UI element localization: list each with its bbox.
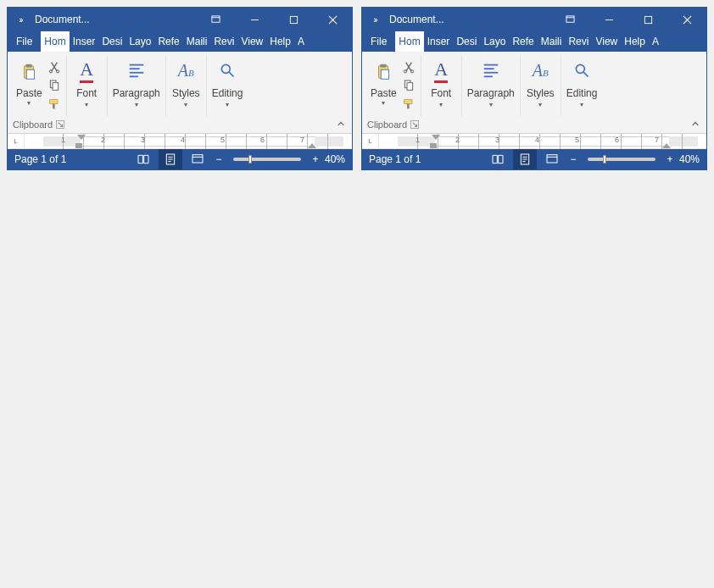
font-group-button[interactable]: A Font ▾	[67, 55, 108, 116]
tab-review[interactable]: Revi	[565, 31, 592, 52]
zoom-in-button[interactable]: +	[664, 153, 676, 165]
zoom-slider[interactable]	[588, 158, 655, 161]
page-number-status[interactable]: Page 1 of 1	[14, 153, 66, 165]
word-window-right: ›› Document... File Hom Inse	[361, 7, 707, 170]
tab-view[interactable]: View	[237, 31, 266, 52]
ruler-numbers: 1234567	[43, 136, 343, 144]
collapse-ribbon-button[interactable]	[689, 119, 701, 130]
read-mode-button[interactable]	[131, 149, 155, 169]
tab-mailings[interactable]: Maili	[538, 31, 566, 52]
svg-line-47	[583, 72, 588, 77]
format-painter-button[interactable]	[47, 97, 61, 113]
tab-help[interactable]: Help	[621, 31, 649, 52]
tab-review[interactable]: Revi	[210, 31, 237, 52]
statusbar: Page 1 of 1 − + 40%	[362, 149, 706, 169]
tab-selector-icon[interactable]: L	[8, 134, 25, 149]
window-title: Document...	[26, 14, 196, 25]
collapse-ribbon-button[interactable]	[335, 119, 347, 130]
tab-addins[interactable]: A	[649, 31, 662, 52]
cut-button[interactable]	[402, 60, 416, 75]
quick-access-more-icon[interactable]: ››	[14, 14, 26, 25]
tab-selector-icon[interactable]: L	[362, 134, 379, 149]
svg-rect-35	[382, 69, 389, 79]
horizontal-ruler[interactable]: L 1234567	[8, 134, 352, 149]
tab-insert[interactable]: Inser	[424, 31, 454, 52]
close-button[interactable]	[313, 8, 352, 31]
minimize-button[interactable]	[589, 8, 628, 31]
paragraph-group-button[interactable]: Paragraph ▾	[462, 55, 521, 116]
print-layout-button[interactable]	[159, 149, 182, 169]
tab-mailings[interactable]: Maili	[183, 31, 211, 52]
svg-rect-40	[404, 100, 411, 104]
svg-rect-52	[547, 155, 557, 163]
tab-addins[interactable]: A	[294, 31, 308, 52]
paragraph-group-button[interactable]: Paragraph ▾	[108, 55, 166, 116]
tab-references[interactable]: Refe	[509, 31, 537, 52]
tab-file[interactable]: File	[362, 31, 395, 52]
read-mode-button[interactable]	[486, 149, 510, 169]
copy-button[interactable]	[402, 79, 416, 94]
svg-rect-3	[290, 16, 297, 23]
svg-rect-8	[27, 69, 35, 79]
svg-rect-12	[53, 83, 59, 91]
tab-design[interactable]: Desi	[453, 31, 480, 52]
svg-line-20	[229, 72, 234, 77]
tab-home[interactable]: Hom	[395, 31, 423, 52]
ribbon: Paste ▾ A Font ▾ Paragraph	[362, 52, 706, 134]
zoom-level-status[interactable]: 40%	[679, 153, 700, 165]
maximize-button[interactable]	[628, 8, 667, 31]
tab-layout[interactable]: Layo	[480, 31, 509, 52]
zoom-level-status[interactable]: 40%	[325, 153, 345, 165]
copy-button[interactable]	[47, 79, 61, 94]
web-layout-button[interactable]	[186, 149, 209, 169]
editing-group-button[interactable]: Editing ▾	[207, 55, 248, 116]
zoom-out-button[interactable]: −	[567, 153, 579, 165]
tab-help[interactable]: Help	[266, 31, 294, 52]
paste-dropdown-icon[interactable]: ▾	[27, 99, 31, 107]
web-layout-button[interactable]	[540, 149, 564, 169]
zoom-slider-thumb[interactable]	[603, 155, 606, 164]
tab-file[interactable]: File	[8, 31, 41, 52]
svg-rect-7	[26, 64, 32, 68]
clipboard-group: Paste ▾	[365, 55, 421, 116]
minimize-button[interactable]	[235, 8, 274, 31]
zoom-in-button[interactable]: +	[310, 153, 321, 165]
editing-group-button[interactable]: Editing ▾	[561, 55, 603, 116]
font-group-button[interactable]: A Font ▾	[421, 55, 462, 116]
tab-design[interactable]: Desi	[98, 31, 126, 52]
clipboard-dialog-launcher-icon[interactable]: ↘	[410, 120, 419, 129]
quick-access-more-icon[interactable]: ››	[369, 14, 381, 25]
zoom-slider-thumb[interactable]	[248, 155, 252, 164]
tab-layout[interactable]: Layo	[126, 31, 154, 52]
statusbar: Page 1 of 1 − + 40%	[8, 149, 352, 169]
clipboard-group-label: Clipboard ↘	[367, 119, 419, 130]
ribbon-display-options-button[interactable]	[550, 8, 589, 31]
print-layout-button[interactable]	[513, 149, 537, 169]
tab-references[interactable]: Refe	[154, 31, 182, 52]
cut-button[interactable]	[47, 60, 61, 75]
svg-rect-30	[644, 16, 651, 23]
zoom-out-button[interactable]: −	[213, 153, 225, 165]
clipboard-dialog-launcher-icon[interactable]: ↘	[56, 120, 64, 129]
paste-button[interactable]: Paste ▾	[16, 58, 42, 107]
close-button[interactable]	[667, 8, 706, 31]
tab-insert[interactable]: Inser	[70, 31, 99, 52]
tab-view[interactable]: View	[592, 31, 621, 52]
paste-dropdown-icon[interactable]: ▾	[382, 99, 385, 107]
window-title: Document...	[381, 14, 550, 25]
svg-point-9	[49, 70, 52, 73]
ribbon-display-options-button[interactable]	[196, 8, 235, 31]
paste-button[interactable]: Paste ▾	[371, 58, 397, 107]
format-painter-button[interactable]	[402, 97, 416, 113]
styles-group-button[interactable]: AB Styles ▾	[166, 55, 207, 116]
clipboard-group: Paste ▾	[11, 55, 67, 116]
horizontal-ruler[interactable]: L 1234567	[362, 134, 706, 149]
tab-home[interactable]: Hom	[41, 31, 69, 52]
titlebar: ›› Document...	[362, 8, 706, 31]
styles-group-button[interactable]: AB Styles ▾	[521, 55, 561, 116]
maximize-button[interactable]	[274, 8, 313, 31]
page-number-status[interactable]: Page 1 of 1	[369, 153, 421, 165]
zoom-slider[interactable]	[233, 158, 301, 161]
svg-rect-14	[53, 103, 55, 108]
svg-rect-0	[211, 15, 219, 21]
